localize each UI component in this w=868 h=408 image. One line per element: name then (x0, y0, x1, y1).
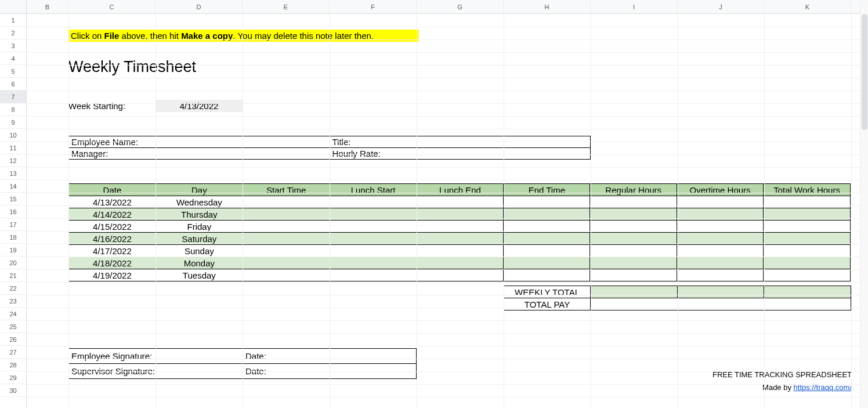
cell-date[interactable]: 4/13/2022 (69, 196, 156, 208)
cell-day[interactable]: Sunday (155, 245, 243, 257)
cell-lunch-end[interactable] (417, 245, 504, 257)
cell-lunch-end[interactable] (417, 233, 504, 245)
cell-date[interactable]: 4/16/2022 (69, 233, 156, 245)
cell-regular[interactable] (590, 257, 677, 269)
cell-overtime[interactable] (677, 269, 764, 281)
row-header[interactable]: 23 (0, 295, 26, 308)
cell-lunch-start[interactable] (330, 233, 417, 245)
row-header[interactable]: 18 (0, 231, 26, 244)
row-header[interactable]: 5 (0, 65, 26, 78)
row-header[interactable]: 24 (0, 308, 26, 320)
row-header[interactable]: 22 (0, 282, 26, 295)
row-header[interactable]: 30 (0, 384, 26, 397)
cell-regular[interactable] (590, 245, 677, 257)
manager-label[interactable]: Manager: (69, 148, 330, 160)
cell-lunch-end[interactable] (417, 269, 504, 281)
select-all-corner[interactable] (0, 0, 26, 14)
header-date[interactable]: Date (69, 184, 156, 196)
column-header[interactable]: F (330, 0, 417, 13)
header-day[interactable]: Day (155, 184, 243, 196)
cell-total[interactable] (764, 196, 851, 208)
cell-end[interactable] (504, 257, 590, 269)
header-lunch-end[interactable]: Lunch End (417, 184, 504, 196)
cell-lunch-start[interactable] (330, 257, 417, 269)
row-header[interactable]: 15 (0, 193, 26, 205)
row-header[interactable]: 10 (0, 129, 26, 142)
header-regular-hours[interactable]: Regular Hours (590, 184, 677, 196)
cell-date[interactable]: 4/18/2022 (69, 257, 156, 269)
weekly-total-regular[interactable] (591, 286, 678, 298)
column-header[interactable]: E (243, 0, 330, 13)
cell-start[interactable] (243, 245, 330, 257)
weekly-total-label[interactable]: WEEKLY TOTAL (504, 286, 591, 298)
row-header[interactable]: 17 (0, 218, 26, 231)
cell-end[interactable] (504, 245, 590, 257)
header-total-work-hours[interactable]: Total Work Hours (764, 184, 851, 196)
cell-regular[interactable] (590, 196, 677, 208)
cell-day[interactable]: Monday (155, 257, 243, 269)
header-end-time[interactable]: End Time (504, 184, 590, 196)
row-header[interactable]: 29 (0, 371, 26, 384)
column-header[interactable]: D (155, 0, 243, 13)
column-header[interactable]: K (764, 0, 851, 13)
cell-start[interactable] (243, 257, 330, 269)
cell-regular[interactable] (590, 269, 677, 281)
cell-total[interactable] (764, 233, 851, 245)
row-header[interactable]: 14 (0, 180, 26, 193)
row-header[interactable]: 12 (0, 154, 26, 167)
row-header[interactable]: 2 (0, 27, 26, 39)
row-header[interactable]: 3 (0, 39, 26, 52)
cell-lunch-start[interactable] (330, 269, 417, 281)
row-header[interactable]: 28 (0, 359, 26, 371)
row-header[interactable]: 8 (0, 103, 26, 116)
cell-start[interactable] (243, 233, 330, 245)
row-header[interactable]: 7 (0, 91, 26, 103)
row-header[interactable]: 20 (0, 257, 26, 269)
total-pay-value[interactable] (591, 298, 851, 310)
column-header[interactable]: C (68, 0, 155, 13)
cell-date[interactable]: 4/19/2022 (69, 269, 156, 281)
cell-total[interactable] (764, 257, 851, 269)
cell-total[interactable] (764, 245, 851, 257)
row-header[interactable]: 4 (0, 52, 26, 65)
header-overtime-hours[interactable]: Overtime Hours (677, 184, 764, 196)
row-header[interactable]: 21 (0, 269, 26, 282)
cell-date[interactable]: 4/17/2022 (69, 245, 156, 257)
cell-start[interactable] (243, 269, 330, 281)
column-header[interactable]: B (27, 0, 68, 13)
weekly-total-overtime[interactable] (678, 286, 764, 298)
header-lunch-start[interactable]: Lunch Start (330, 184, 417, 196)
cell-regular[interactable] (590, 233, 677, 245)
cell-start[interactable] (243, 196, 330, 208)
cell-day[interactable]: Saturday (155, 233, 243, 245)
row-header[interactable]: 19 (0, 244, 26, 257)
column-header[interactable]: J (678, 0, 764, 13)
row-header[interactable]: 9 (0, 116, 26, 129)
hourly-rate-label[interactable]: Hourly Rate: (330, 148, 591, 160)
row-header[interactable]: 6 (0, 78, 26, 91)
cell-day[interactable]: Wednesday (155, 196, 243, 208)
cell-overtime[interactable] (677, 196, 764, 208)
row-header[interactable]: 26 (0, 333, 26, 346)
column-header[interactable]: I (591, 0, 678, 13)
row-header[interactable]: 11 (0, 142, 26, 154)
cell-lunch-end[interactable] (417, 196, 504, 208)
total-pay-label[interactable]: TOTAL PAY (504, 298, 591, 310)
cell-grid[interactable]: Click on File above, then hit Make a cop… (27, 14, 868, 408)
column-header[interactable]: G (417, 0, 504, 13)
cell-end[interactable] (504, 196, 590, 208)
row-header[interactable]: 1 (0, 14, 26, 27)
cell-lunch-start[interactable] (330, 196, 417, 208)
cell-total[interactable] (764, 269, 851, 281)
row-header[interactable]: 13 (0, 167, 26, 180)
cell-overtime[interactable] (677, 233, 764, 245)
header-start-time[interactable]: Start Time (243, 184, 330, 196)
cell-lunch-start[interactable] (330, 245, 417, 257)
row-header[interactable]: 27 (0, 346, 26, 359)
vertical-scrollbar-thumb[interactable] (862, 14, 867, 130)
cell-overtime[interactable] (677, 257, 764, 269)
vertical-scrollbar[interactable] (860, 0, 868, 408)
cell-day[interactable]: Tuesday (155, 269, 243, 281)
cell-end[interactable] (504, 233, 590, 245)
cell-lunch-end[interactable] (417, 257, 504, 269)
